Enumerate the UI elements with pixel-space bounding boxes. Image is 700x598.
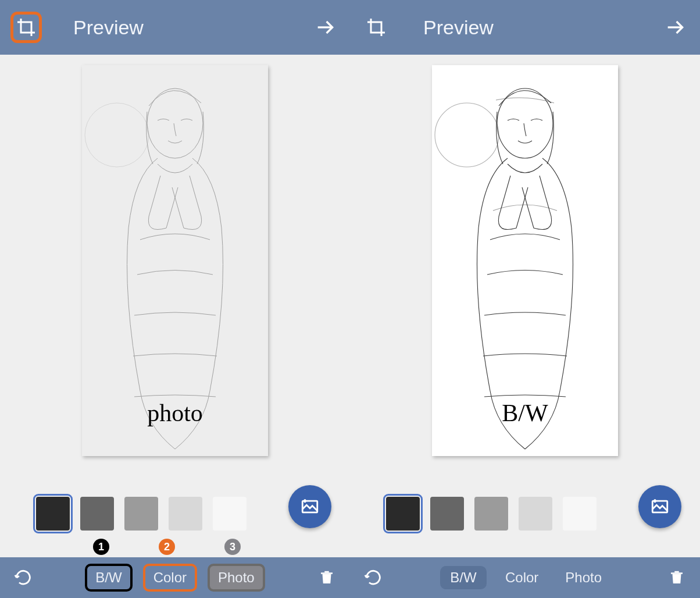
- annotation-badges: 1 2 3: [0, 539, 350, 557]
- tab-color[interactable]: Color: [143, 564, 197, 592]
- page-title: Preview: [73, 16, 144, 39]
- badge-2: 2: [159, 539, 175, 555]
- svg-point-4: [435, 103, 499, 167]
- swatch-row: [0, 489, 350, 539]
- next-button[interactable]: [312, 13, 340, 41]
- top-bar: Preview: [350, 0, 700, 55]
- trash-icon: [668, 569, 685, 586]
- bottom-bar: B/W Color Photo: [0, 557, 350, 598]
- add-image-button[interactable]: [638, 485, 681, 528]
- sketch-drawing: [432, 65, 618, 456]
- svg-point-1: [85, 103, 149, 167]
- threshold-swatch-4[interactable]: [519, 497, 552, 531]
- threshold-swatch-3[interactable]: [124, 497, 158, 531]
- rotate-button[interactable]: [350, 557, 397, 598]
- rotate-button[interactable]: [0, 557, 47, 598]
- threshold-swatch-1[interactable]: [36, 497, 70, 531]
- threshold-swatch-3[interactable]: [474, 497, 508, 531]
- add-image-button[interactable]: [288, 485, 331, 528]
- crop-button[interactable]: [10, 12, 42, 43]
- arrow-right-icon: [314, 16, 337, 39]
- rotate-icon: [363, 568, 383, 588]
- arrow-right-icon: [664, 16, 687, 39]
- mode-tabs: B/W Color Photo: [397, 566, 653, 589]
- threshold-swatch-2[interactable]: [430, 497, 464, 531]
- crop-icon: [16, 17, 37, 38]
- trash-icon: [318, 569, 335, 586]
- right-pane: Preview: [350, 0, 700, 598]
- left-pane: Preview: [0, 0, 350, 598]
- delete-button[interactable]: [303, 557, 350, 598]
- sketch-drawing: [82, 65, 268, 456]
- add-image-icon: [650, 497, 670, 517]
- preview-image[interactable]: photo: [82, 65, 268, 456]
- delete-button[interactable]: [653, 557, 700, 598]
- bottom-bar: B/W Color Photo: [350, 557, 700, 598]
- preview-mode-label: photo: [82, 399, 268, 427]
- preview-image[interactable]: B/W: [432, 65, 618, 456]
- page-title: Preview: [423, 16, 494, 39]
- tab-photo[interactable]: Photo: [208, 564, 265, 592]
- threshold-swatch-5[interactable]: [563, 497, 597, 531]
- tab-photo[interactable]: Photo: [557, 566, 610, 589]
- crop-icon: [366, 17, 387, 38]
- tab-bw[interactable]: B/W: [85, 564, 132, 592]
- threshold-swatch-2[interactable]: [80, 497, 114, 531]
- preview-area: photo: [0, 55, 350, 489]
- badge-3: 3: [224, 539, 241, 555]
- threshold-swatch-1[interactable]: [386, 497, 420, 531]
- mode-tabs: B/W Color Photo: [47, 564, 303, 592]
- preview-area: B/W: [350, 55, 700, 489]
- rotate-icon: [13, 568, 33, 588]
- swatch-row: [350, 489, 700, 539]
- badge-1: 1: [93, 539, 109, 555]
- add-image-icon: [300, 497, 320, 517]
- tab-color[interactable]: Color: [497, 566, 547, 589]
- top-bar: Preview: [0, 0, 350, 55]
- tab-bw[interactable]: B/W: [440, 566, 487, 589]
- preview-mode-label: B/W: [432, 399, 618, 427]
- annotation-badges-empty: [350, 539, 700, 557]
- next-button[interactable]: [662, 13, 690, 41]
- threshold-swatch-4[interactable]: [169, 497, 202, 531]
- threshold-swatch-5[interactable]: [213, 497, 247, 531]
- crop-button[interactable]: [360, 12, 392, 43]
